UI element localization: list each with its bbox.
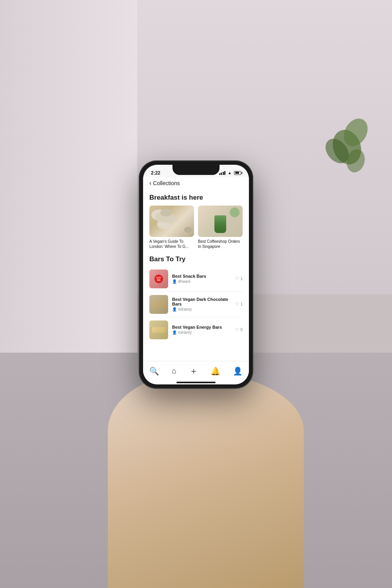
item-thumb-snack: EAT ME [149, 269, 168, 288]
item-like-darkchoc[interactable]: ♡ 1 [235, 302, 243, 307]
back-chevron-icon: ‹ [149, 180, 151, 187]
choc-bar-shape [153, 301, 165, 308]
like-count-snack: 1 [240, 277, 243, 281]
wifi-icon: ▲ [228, 171, 232, 175]
item-author-snack: 👤 dhwani [172, 279, 235, 284]
battery-icon [234, 171, 241, 175]
like-count-energy: 0 [240, 328, 243, 332]
author-icon-2: 👤 [172, 307, 177, 311]
item-info-darkchoc: Best Vegan Dark Chocolate Bars 👤 miriamy [172, 297, 235, 311]
card-smoothie-image [198, 206, 243, 237]
list-item-darkchoc[interactable]: Best Vegan Dark Chocolate Bars 👤 miriamy… [149, 292, 243, 317]
snack-badge: EAT ME [154, 275, 163, 283]
breakfast-section: Breakfast is here [149, 194, 243, 249]
item-like-snack[interactable]: ♡ 1 [235, 276, 243, 281]
signal-icon [219, 171, 226, 175]
back-label: Collections [153, 180, 180, 186]
cards-row: A Vegan's Guide To London: Where To G...… [149, 206, 243, 249]
heart-icon-3: ♡ [235, 327, 239, 332]
bowl-3 [160, 209, 172, 217]
plant [325, 118, 372, 196]
nav-search[interactable]: 🔍 [146, 366, 162, 377]
item-like-energy[interactable]: ♡ 0 [235, 327, 243, 332]
breakfast-section-title: Breakfast is here [149, 194, 243, 202]
content-scroll: Breakfast is here [143, 190, 249, 361]
home-nav-icon: ⌂ [172, 366, 176, 375]
signal-bar-2 [221, 173, 222, 175]
author-icon: 👤 [172, 279, 177, 284]
notifications-nav-icon: 🔔 [211, 366, 220, 376]
signal-bar-1 [219, 173, 220, 175]
phone-wrapper: 2:22 ▲ ‹ Col [139, 161, 253, 388]
heart-icon: ♡ [235, 276, 239, 281]
bowl-4 [184, 227, 192, 233]
item-title-darkchoc: Best Vegan Dark Chocolate Bars [172, 297, 235, 306]
phone-screen: 2:22 ▲ ‹ Col [143, 165, 249, 384]
smoothie-illustration [198, 206, 243, 237]
author-icon-3: 👤 [172, 330, 177, 335]
add-nav-icon: ＋ [189, 365, 198, 377]
energy-thumb-illustration [149, 320, 168, 339]
card-smoothie[interactable]: Best Coffeeshop Orders In Singapore [198, 206, 243, 249]
item-info-snack: Best Snack Bars 👤 dhwani [172, 274, 235, 284]
item-author-darkchoc: 👤 miriamy [172, 307, 235, 311]
list-item-snack[interactable]: EAT ME Best Snack Bars 👤 dhwani ♡ [149, 266, 243, 292]
bars-section: Bars To Try EAT ME Best Snack Bars 👤 [149, 255, 243, 342]
author-name-darkchoc: miriamy [178, 307, 192, 311]
bowls-illustration [149, 206, 194, 237]
card-smoothie-label: Best Coffeeshop Orders In Singapore [198, 239, 243, 249]
energy-bar-shape [152, 327, 165, 333]
smoothie-cup [214, 215, 226, 233]
signal-bar-3 [223, 172, 224, 175]
home-bar [176, 382, 216, 383]
item-author-energy: 👤 miriamy [172, 330, 235, 335]
nav-notifications[interactable]: 🔔 [207, 366, 223, 377]
phone-notch [172, 165, 220, 175]
list-item-energy[interactable]: Best Vegan Energy Bars 👤 miriamy ♡ 0 [149, 317, 243, 342]
card-bowls-image [149, 206, 194, 237]
bottom-nav: 🔍 ⌂ ＋ 🔔 👤 [143, 361, 249, 382]
like-count-darkchoc: 1 [240, 302, 243, 306]
nav-profile[interactable]: 👤 [230, 366, 246, 377]
heart-icon-2: ♡ [235, 302, 239, 307]
search-nav-icon: 🔍 [149, 366, 159, 376]
hand-silhouette [108, 372, 304, 588]
item-title-energy: Best Vegan Energy Bars [172, 325, 235, 329]
card-bowls[interactable]: A Vegan's Guide To London: Where To G... [149, 206, 194, 249]
author-name-energy: miriamy [178, 330, 192, 335]
signal-bar-4 [224, 171, 225, 175]
status-icons: ▲ [219, 171, 241, 175]
bars-section-title: Bars To Try [149, 255, 243, 263]
item-info-energy: Best Vegan Energy Bars 👤 miriamy [172, 325, 235, 335]
home-indicator [143, 382, 249, 384]
nav-add[interactable]: ＋ [186, 364, 201, 378]
author-name-snack: dhwani [178, 279, 191, 284]
card-bowls-label: A Vegan's Guide To London: Where To G... [149, 239, 194, 249]
nav-home[interactable]: ⌂ [169, 366, 180, 376]
item-title-snack: Best Snack Bars [172, 274, 235, 279]
snack-thumb-illustration: EAT ME [149, 269, 168, 288]
darkchoc-thumb-illustration [149, 295, 168, 314]
lime [230, 208, 240, 217]
back-nav[interactable]: ‹ Collections [149, 180, 243, 187]
phone-frame: 2:22 ▲ ‹ Col [139, 161, 253, 388]
item-thumb-darkchoc [149, 295, 168, 314]
header: ‹ Collections [143, 177, 249, 190]
profile-nav-icon: 👤 [233, 366, 243, 376]
status-time: 2:22 [151, 170, 160, 176]
item-thumb-energy [149, 320, 168, 339]
battery-fill [235, 172, 239, 174]
